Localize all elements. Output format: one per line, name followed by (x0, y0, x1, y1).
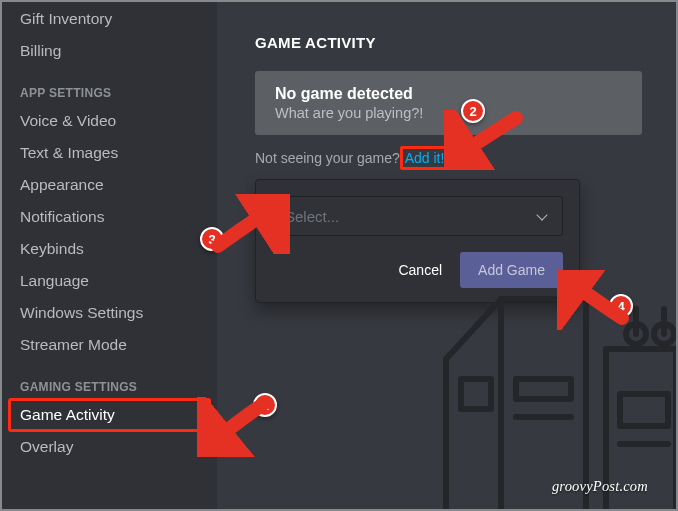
sidebar-category-app-settings: APP SETTINGS (10, 68, 209, 104)
svg-rect-0 (461, 379, 491, 409)
prompt-text: Not seeing your game? (255, 150, 404, 166)
content: GAME ACTIVITY No game detected What are … (217, 2, 676, 509)
cancel-button[interactable]: Cancel (384, 252, 456, 288)
svg-rect-4 (620, 394, 668, 426)
watermark: groovyPost.com (552, 478, 648, 495)
sidebar-item-voice-video[interactable]: Voice & Video (10, 106, 209, 136)
svg-point-3 (654, 324, 674, 344)
status-title: No game detected (275, 85, 622, 103)
game-status-box: No game detected What are you playing?! (255, 71, 642, 135)
sidebar-item-game-activity[interactable]: Game Activity (10, 400, 209, 430)
sidebar-item-overlay[interactable]: Overlay (10, 432, 209, 462)
sidebar-item-gift-inventory[interactable]: Gift Inventory (10, 4, 209, 34)
svg-rect-1 (516, 379, 571, 399)
sidebar-item-appearance[interactable]: Appearance (10, 170, 209, 200)
sidebar-item-billing[interactable]: Billing (10, 36, 209, 66)
add-it-link[interactable]: Add it! (404, 149, 446, 167)
sidebar-item-notifications[interactable]: Notifications (10, 202, 209, 232)
add-game-popout: Select... Cancel Add Game (255, 179, 580, 303)
sidebar-category-gaming-settings: GAMING SETTINGS (10, 362, 209, 398)
sidebar-item-language[interactable]: Language (10, 266, 209, 296)
sidebar-item-streamer-mode[interactable]: Streamer Mode (10, 330, 209, 360)
sidebar-item-windows[interactable]: Windows Settings (10, 298, 209, 328)
select-placeholder: Select... (285, 208, 339, 225)
sidebar-item-text-images[interactable]: Text & Images (10, 138, 209, 168)
text-cursor (284, 210, 285, 226)
add-game-button[interactable]: Add Game (460, 252, 563, 288)
add-game-prompt: Not seeing your game? Add it! (255, 149, 642, 167)
sidebar-item-keybinds[interactable]: Keybinds (10, 234, 209, 264)
sidebar: Gift Inventory Billing APP SETTINGS Voic… (2, 2, 217, 509)
sidebar-item-label: Game Activity (20, 406, 115, 423)
game-select-dropdown[interactable]: Select... (272, 196, 563, 236)
status-subtitle: What are you playing?! (275, 105, 622, 121)
svg-point-2 (626, 324, 646, 344)
page-title: GAME ACTIVITY (255, 34, 642, 51)
chevron-down-icon (536, 209, 547, 220)
